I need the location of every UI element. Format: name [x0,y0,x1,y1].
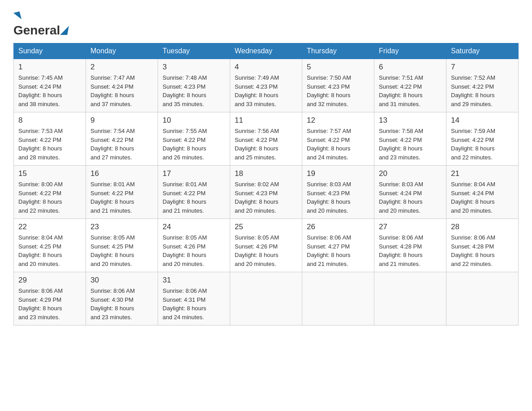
calendar-cell: 13 Sunrise: 7:58 AM Sunset: 4:22 PM Dayl… [374,112,446,166]
day-number: 10 [163,116,225,125]
day-number: 7 [451,63,514,72]
week-row-4: 22 Sunrise: 8:04 AM Sunset: 4:25 PM Dayl… [14,219,519,272]
calendar-cell: 1 Sunrise: 7:45 AM Sunset: 4:24 PM Dayli… [14,59,86,112]
week-row-3: 15 Sunrise: 8:00 AM Sunset: 4:22 PM Dayl… [14,166,519,219]
weekday-header-sunday: Sunday [14,43,86,59]
calendar-cell: 25 Sunrise: 8:05 AM Sunset: 4:26 PM Dayl… [230,219,302,272]
day-number: 28 [451,223,514,231]
calendar-cell: 9 Sunrise: 7:54 AM Sunset: 4:22 PM Dayli… [86,112,158,166]
weekday-header-wednesday: Wednesday [230,43,302,59]
day-number: 12 [307,116,369,125]
day-info: Sunrise: 7:58 AM Sunset: 4:22 PM Dayligh… [379,127,442,162]
day-number: 23 [90,223,153,231]
day-info: Sunrise: 8:03 AM Sunset: 4:24 PM Dayligh… [379,180,442,215]
day-number: 17 [163,169,225,178]
weekday-header-thursday: Thursday [302,43,374,59]
calendar-cell: 10 Sunrise: 7:55 AM Sunset: 4:22 PM Dayl… [158,112,230,166]
calendar-cell: 14 Sunrise: 7:59 AM Sunset: 4:22 PM Dayl… [446,112,519,166]
calendar-cell: 6 Sunrise: 7:51 AM Sunset: 4:22 PM Dayli… [374,59,446,112]
calendar-cell: 28 Sunrise: 8:06 AM Sunset: 4:28 PM Dayl… [446,219,519,272]
calendar-cell: 2 Sunrise: 7:47 AM Sunset: 4:24 PM Dayli… [86,59,158,112]
calendar-cell: 17 Sunrise: 8:01 AM Sunset: 4:22 PM Dayl… [158,166,230,219]
day-number: 6 [379,63,442,72]
day-number: 20 [379,169,442,178]
calendar-cell: 21 Sunrise: 8:04 AM Sunset: 4:24 PM Dayl… [446,166,519,219]
logo-arrow-icon [13,11,21,21]
calendar-cell: 22 Sunrise: 8:04 AM Sunset: 4:25 PM Dayl… [14,219,86,272]
calendar-cell: 3 Sunrise: 7:48 AM Sunset: 4:23 PM Dayli… [158,59,230,112]
day-number: 24 [163,223,225,231]
day-number: 16 [90,169,153,178]
day-number: 13 [379,116,442,125]
calendar-cell: 5 Sunrise: 7:50 AM Sunset: 4:23 PM Dayli… [302,59,374,112]
logo: General [13,9,69,34]
calendar-cell: 19 Sunrise: 8:03 AM Sunset: 4:23 PM Dayl… [302,166,374,219]
weekday-header-tuesday: Tuesday [158,43,230,59]
day-number: 19 [307,169,369,178]
day-number: 31 [163,276,225,285]
day-info: Sunrise: 8:02 AM Sunset: 4:23 PM Dayligh… [235,180,297,215]
day-info: Sunrise: 8:05 AM Sunset: 4:26 PM Dayligh… [235,233,297,268]
week-row-2: 8 Sunrise: 7:53 AM Sunset: 4:22 PM Dayli… [14,112,519,166]
calendar-cell: 4 Sunrise: 7:49 AM Sunset: 4:23 PM Dayli… [230,59,302,112]
day-info: Sunrise: 8:01 AM Sunset: 4:22 PM Dayligh… [90,180,153,215]
weekday-header-friday: Friday [374,43,446,59]
calendar-cell: 8 Sunrise: 7:53 AM Sunset: 4:22 PM Dayli… [14,112,86,166]
day-number: 15 [18,169,81,178]
day-number: 22 [18,223,81,231]
day-info: Sunrise: 8:05 AM Sunset: 4:26 PM Dayligh… [163,233,225,268]
day-info: Sunrise: 8:06 AM Sunset: 4:27 PM Dayligh… [307,233,369,268]
day-number: 29 [18,276,81,285]
calendar-cell: 12 Sunrise: 7:57 AM Sunset: 4:22 PM Dayl… [302,112,374,166]
day-info: Sunrise: 7:53 AM Sunset: 4:22 PM Dayligh… [18,127,81,162]
week-row-5: 29 Sunrise: 8:06 AM Sunset: 4:29 PM Dayl… [14,272,519,325]
day-info: Sunrise: 7:57 AM Sunset: 4:22 PM Dayligh… [307,127,369,162]
day-info: Sunrise: 7:56 AM Sunset: 4:22 PM Dayligh… [235,127,297,162]
day-info: Sunrise: 7:51 AM Sunset: 4:22 PM Dayligh… [379,73,442,108]
day-number: 14 [451,116,514,125]
calendar-cell: 27 Sunrise: 8:06 AM Sunset: 4:28 PM Dayl… [374,219,446,272]
day-info: Sunrise: 8:04 AM Sunset: 4:25 PM Dayligh… [18,233,81,268]
calendar-cell: 31 Sunrise: 8:06 AM Sunset: 4:31 PM Dayl… [158,272,230,325]
day-number: 21 [451,169,514,178]
day-number: 4 [235,63,297,72]
logo-triangle-icon [60,26,69,35]
day-info: Sunrise: 8:06 AM Sunset: 4:28 PM Dayligh… [451,233,514,268]
day-number: 2 [90,63,153,72]
logo-general-text2: General [13,23,60,38]
day-number: 18 [235,169,297,178]
day-info: Sunrise: 8:01 AM Sunset: 4:22 PM Dayligh… [163,180,225,215]
day-info: Sunrise: 7:45 AM Sunset: 4:24 PM Dayligh… [18,73,81,108]
calendar-cell: 11 Sunrise: 7:56 AM Sunset: 4:22 PM Dayl… [230,112,302,166]
calendar-cell: 30 Sunrise: 8:06 AM Sunset: 4:30 PM Dayl… [86,272,158,325]
day-number: 26 [307,223,369,231]
day-info: Sunrise: 7:49 AM Sunset: 4:23 PM Dayligh… [235,73,297,108]
calendar-cell: 26 Sunrise: 8:06 AM Sunset: 4:27 PM Dayl… [302,219,374,272]
day-number: 25 [235,223,297,231]
day-info: Sunrise: 7:52 AM Sunset: 4:22 PM Dayligh… [451,73,514,108]
day-info: Sunrise: 7:48 AM Sunset: 4:23 PM Dayligh… [163,73,225,108]
day-info: Sunrise: 7:55 AM Sunset: 4:22 PM Dayligh… [163,127,225,162]
calendar-table: SundayMondayTuesdayWednesdayThursdayFrid… [13,43,519,325]
calendar-cell [302,272,374,325]
day-info: Sunrise: 8:00 AM Sunset: 4:22 PM Dayligh… [18,180,81,215]
calendar-cell: 24 Sunrise: 8:05 AM Sunset: 4:26 PM Dayl… [158,219,230,272]
day-info: Sunrise: 8:03 AM Sunset: 4:23 PM Dayligh… [307,180,369,215]
day-info: Sunrise: 7:50 AM Sunset: 4:23 PM Dayligh… [307,73,369,108]
day-number: 9 [90,116,153,125]
page-header: General [13,9,519,34]
day-info: Sunrise: 8:04 AM Sunset: 4:24 PM Dayligh… [451,180,514,215]
calendar-cell: 29 Sunrise: 8:06 AM Sunset: 4:29 PM Dayl… [14,272,86,325]
day-number: 11 [235,116,297,125]
day-number: 3 [163,63,225,72]
day-info: Sunrise: 8:06 AM Sunset: 4:30 PM Dayligh… [90,287,153,321]
calendar-cell: 23 Sunrise: 8:05 AM Sunset: 4:25 PM Dayl… [86,219,158,272]
calendar-cell [374,272,446,325]
week-row-1: 1 Sunrise: 7:45 AM Sunset: 4:24 PM Dayli… [14,59,519,112]
day-number: 8 [18,116,81,125]
day-info: Sunrise: 8:06 AM Sunset: 4:28 PM Dayligh… [379,233,442,268]
calendar-cell: 7 Sunrise: 7:52 AM Sunset: 4:22 PM Dayli… [446,59,519,112]
day-number: 30 [90,276,153,285]
calendar-cell [230,272,302,325]
calendar-cell [446,272,519,325]
